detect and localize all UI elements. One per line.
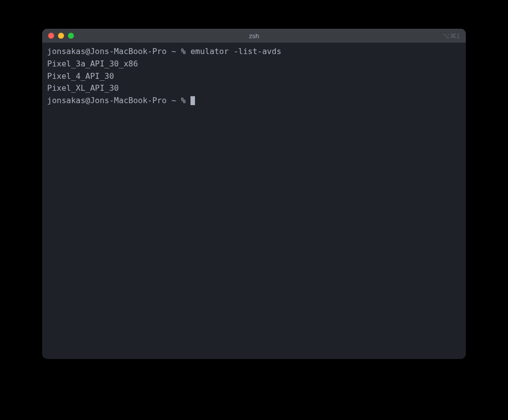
minimize-icon[interactable] bbox=[58, 33, 64, 39]
terminal-window: zsh ⌥⌘1 jonsakas@Jons-MacBook-Pro ~ % em… bbox=[42, 29, 466, 359]
output-line: Pixel_3a_API_30_x86 bbox=[47, 58, 461, 70]
window-shortcut-hint: ⌥⌘1 bbox=[443, 32, 460, 40]
command-text: emulator -list-avds bbox=[190, 47, 281, 56]
prompt-line: jonsakas@Jons-MacBook-Pro ~ % bbox=[47, 95, 461, 107]
titlebar: zsh ⌥⌘1 bbox=[42, 29, 466, 43]
terminal-content[interactable]: jonsakas@Jons-MacBook-Pro ~ % emulator -… bbox=[42, 43, 466, 110]
close-icon[interactable] bbox=[48, 33, 54, 39]
traffic-lights bbox=[48, 33, 74, 39]
cursor-icon bbox=[190, 96, 195, 105]
prompt-text: jonsakas@Jons-MacBook-Pro ~ % bbox=[47, 95, 190, 107]
zoom-icon[interactable] bbox=[68, 33, 74, 39]
window-title: zsh bbox=[249, 32, 259, 40]
output-line: Pixel_4_API_30 bbox=[47, 70, 461, 83]
output-line: Pixel_XL_API_30 bbox=[47, 82, 461, 95]
prompt-text: jonsakas@Jons-MacBook-Pro ~ % bbox=[47, 47, 190, 56]
command-line: jonsakas@Jons-MacBook-Pro ~ % emulator -… bbox=[47, 46, 461, 58]
